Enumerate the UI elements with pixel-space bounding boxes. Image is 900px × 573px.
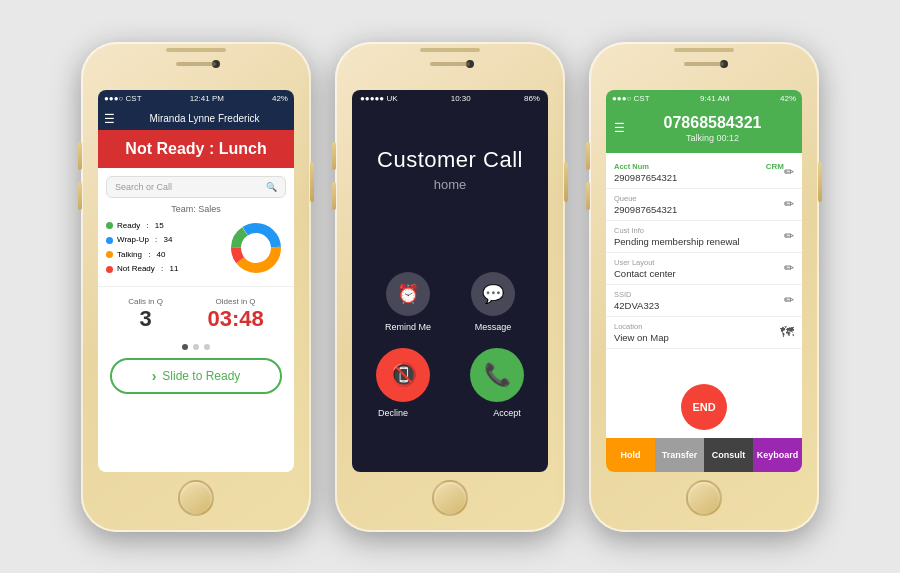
not-ready-banner[interactable]: Not Ready : Lunch — [98, 130, 294, 168]
stat-talking: Talking : 40 — [106, 248, 218, 262]
speaker — [176, 62, 216, 66]
wrapup-value: 34 — [164, 233, 173, 247]
action-bar: Hold Transfer Consult Keyboard — [606, 438, 802, 472]
stat-notready: Not Ready : 11 — [106, 262, 218, 276]
alarm-icon: ⏰ — [386, 272, 430, 316]
vol-up-button-3[interactable] — [586, 142, 590, 170]
power-button-2[interactable] — [564, 162, 568, 202]
call-button-labels: Decline Accept — [366, 408, 534, 418]
stat-ready: Ready : 15 — [106, 219, 218, 233]
decline-label: Decline — [366, 408, 420, 418]
field-acct-num: Acct Num CRM 290987654321 ✏ — [606, 157, 802, 189]
phone-3: ●●●○ CST 9:41 AM 42% ☰ 07868584321 Talki… — [589, 42, 819, 532]
talking-colon: : — [146, 248, 153, 262]
field-user-layout: User Layout Contact center ✏ — [606, 253, 802, 285]
stats-row: Ready : 15 Wrap-Up : 34 Talking : — [98, 218, 294, 278]
speaker-3 — [684, 62, 724, 66]
remind-me-btn[interactable]: ⏰ Remind Me — [385, 272, 431, 332]
hold-button[interactable]: Hold — [606, 438, 655, 472]
call-header: ☰ 07868584321 Talking 00:12 — [606, 108, 802, 153]
menu-icon[interactable]: ☰ — [104, 112, 115, 126]
power-button[interactable] — [310, 162, 314, 202]
call-title: Customer Call — [377, 147, 523, 173]
field-ssid: SSID 42DVA323 ✏ — [606, 285, 802, 317]
donut-chart — [226, 218, 286, 278]
custinfo-value: Pending membership renewal — [614, 236, 784, 247]
status-bar-1: ●●●○ CST 12:41 PM 42% — [98, 90, 294, 108]
vol-down-button[interactable] — [78, 182, 82, 210]
vol-up-button-2[interactable] — [332, 142, 336, 170]
decline-button[interactable]: 📵 — [376, 348, 430, 402]
menu-icon-3[interactable]: ☰ — [614, 121, 625, 135]
dot-3[interactable] — [204, 344, 210, 350]
map-icon[interactable]: 🗺 — [780, 324, 794, 340]
call-quick-actions: ⏰ Remind Me 💬 Message — [385, 272, 515, 332]
team-label: Team: Sales — [98, 204, 294, 214]
ssid-value: 42DVA323 — [614, 300, 784, 311]
page-dots — [98, 344, 294, 350]
time-2: 10:30 — [451, 94, 471, 103]
phone-1-header: ☰ Miranda Lynne Frederick — [98, 108, 294, 130]
vol-up-button[interactable] — [78, 142, 82, 170]
phone-3-screen: ●●●○ CST 9:41 AM 42% ☰ 07868584321 Talki… — [606, 90, 802, 472]
talking-value: 40 — [157, 248, 166, 262]
battery-2: 86% — [524, 94, 540, 103]
edit-icon-0[interactable]: ✏ — [784, 165, 794, 179]
consult-button[interactable]: Consult — [704, 438, 753, 472]
queue-value: 290987654321 — [614, 204, 784, 215]
slide-to-ready[interactable]: › Slide to Ready — [110, 358, 282, 394]
calls-in-q-label: Calls in Q — [128, 297, 163, 306]
notready-label: Not Ready — [117, 262, 155, 276]
edit-icon-3[interactable]: ✏ — [784, 261, 794, 275]
power-button-3[interactable] — [818, 162, 822, 202]
search-bar[interactable]: Search or Call 🔍 — [106, 176, 286, 198]
ssid-label: SSID — [614, 290, 784, 299]
transfer-button[interactable]: Transfer — [655, 438, 704, 472]
oldest-in-q-col: Oldest in Q 03:48 — [207, 297, 263, 332]
chevron-right-icon: › — [152, 368, 157, 384]
slide-label: Slide to Ready — [162, 369, 240, 383]
talking-status: Talking 00:12 — [631, 133, 794, 143]
search-icon: 🔍 — [266, 182, 277, 192]
ready-label: Ready — [117, 219, 140, 233]
status-bar-2: ●●●●● UK 10:30 86% — [352, 90, 548, 107]
call-buttons: 📵 📞 — [376, 348, 524, 402]
wrapup-colon: : — [153, 233, 160, 247]
calls-in-q-col: Calls in Q 3 — [128, 297, 163, 332]
edit-icon-2[interactable]: ✏ — [784, 229, 794, 243]
carrier-2: ●●●●● UK — [360, 94, 398, 103]
notready-value: 11 — [169, 262, 178, 276]
talking-dot — [106, 251, 113, 258]
dot-1[interactable] — [182, 344, 188, 350]
call-fields: Acct Num CRM 290987654321 ✏ Queue 290987… — [606, 153, 802, 376]
search-placeholder: Search or Call — [115, 182, 172, 192]
carrier-1: ●●●○ CST — [104, 94, 142, 103]
ready-colon: : — [144, 219, 151, 233]
call-subtitle: home — [434, 177, 467, 192]
talking-label: Talking — [117, 248, 142, 262]
vol-down-button-3[interactable] — [586, 182, 590, 210]
message-icon: 💬 — [471, 272, 515, 316]
call-screen: ●●●●● UK 10:30 86% Customer Call home ⏰ … — [352, 90, 548, 472]
home-button-2[interactable] — [432, 480, 468, 516]
agent-name: Miranda Lynne Frederick — [121, 113, 288, 124]
keyboard-button[interactable]: Keyboard — [753, 438, 802, 472]
oldest-in-q-value: 03:48 — [207, 306, 263, 332]
phone-1: ●●●○ CST 12:41 PM 42% ☰ Miranda Lynne Fr… — [81, 42, 311, 532]
message-label: Message — [475, 322, 512, 332]
field-queue: Queue 290987654321 ✏ — [606, 189, 802, 221]
edit-icon-1[interactable]: ✏ — [784, 197, 794, 211]
home-button-1[interactable] — [178, 480, 214, 516]
edit-icon-4[interactable]: ✏ — [784, 293, 794, 307]
remind-me-label: Remind Me — [385, 322, 431, 332]
vol-down-button-2[interactable] — [332, 182, 336, 210]
ready-dot — [106, 222, 113, 229]
call-info-screen: ●●●○ CST 9:41 AM 42% ☰ 07868584321 Talki… — [606, 90, 802, 472]
home-button-3[interactable] — [686, 480, 722, 516]
dot-2[interactable] — [193, 344, 199, 350]
time-3: 9:41 AM — [700, 94, 729, 103]
message-btn[interactable]: 💬 Message — [471, 272, 515, 332]
end-call-button[interactable]: END — [681, 384, 727, 430]
accept-button[interactable]: 📞 — [470, 348, 524, 402]
wrapup-dot — [106, 237, 113, 244]
